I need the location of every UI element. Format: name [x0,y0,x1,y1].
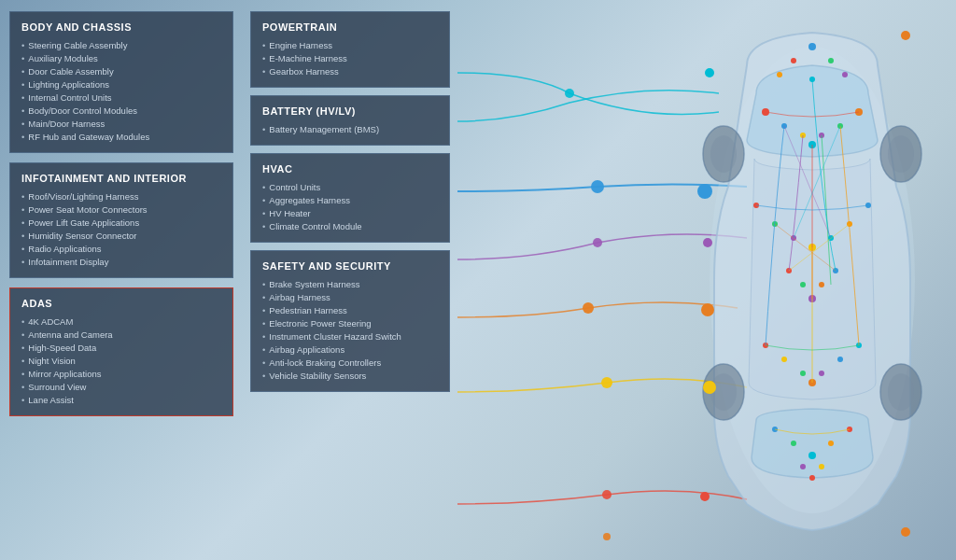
svg-point-44 [837,357,843,362]
hvac-list: Control Units Aggregates Harness HV Heat… [262,180,438,232]
diagram-svg [457,0,956,560]
svg-point-3 [583,302,594,314]
list-item: High-Speed Data [21,341,221,354]
svg-point-4 [601,377,612,388]
svg-point-9 [710,135,737,173]
svg-point-61 [700,492,710,501]
svg-point-58 [703,238,712,247]
list-item: Antenna and Camera [21,328,221,341]
infotainment-list: Roof/Visor/Lighting Harness Power Seat M… [21,189,221,268]
battery-list: Battery Management (BMS) [262,122,438,135]
safety-box: SAFETY AND SECURITY Brake System Harness… [250,250,450,392]
svg-point-17 [791,58,796,63]
svg-point-50 [791,441,796,446]
svg-point-13 [710,373,737,411]
main-container: BODY AND CHASSIS Steering Cable Assembly… [0,0,956,560]
safety-list: Brake System Harness Airbag Harness Pede… [262,277,438,382]
list-item: Vehicle Stability Sensors [262,369,438,382]
svg-point-46 [819,371,824,376]
powertrain-list: Engine Harness E-Machine Harness Gearbox… [262,38,438,77]
list-item: Door Cable Assembly [21,64,221,77]
list-item: Engine Harness [262,38,438,51]
list-item: Pedestrian Harness [262,303,438,316]
list-item: Main/Door Harness [21,117,221,130]
adas-box: ADAS 4K ADCAM Antenna and Camera High-Sp… [9,287,233,416]
svg-point-54 [819,464,824,469]
list-item: Power Seat Motor Connectors [21,203,221,216]
svg-point-62 [901,31,910,40]
body-chassis-list: Steering Cable Assembly Auxiliary Module… [21,38,221,143]
list-item: Infotainment Display [21,255,221,268]
battery-title: BATTERY (HV/LV) [262,105,438,117]
svg-point-38 [800,282,806,287]
list-item: Lighting Applications [21,77,221,91]
list-item: Auxiliary Modules [21,51,221,64]
list-item: Electronic Power Steering [262,316,438,329]
svg-point-15 [888,373,914,411]
list-item: Control Units [262,180,438,193]
right-panel [457,0,956,560]
svg-point-2 [593,238,602,247]
infotainment-box: INFOTAINMENT AND INTERIOR Roof/Visor/Lig… [9,162,233,278]
hvac-box: HVAC Control Units Aggregates Harness HV… [250,153,450,243]
list-item: Instrument Cluster Hazard Switch [262,329,438,343]
adas-title: ADAS [21,298,221,309]
list-item: Radio Applications [21,242,221,255]
list-item: Mirror Applications [21,367,221,380]
powertrain-title: POWERTRAIN [262,21,438,33]
list-item: Airbag Harness [262,290,438,303]
svg-point-63 [901,527,910,537]
list-item: Internal Control Units [21,91,221,104]
list-item: HV Heater [262,206,438,219]
list-item: Aggregates Harness [262,193,438,206]
svg-point-57 [697,184,712,199]
svg-point-11 [888,135,914,173]
list-item: Night Vision [21,354,221,367]
svg-point-60 [703,381,716,394]
list-item: Surround View [21,380,221,393]
list-item: Brake System Harness [262,277,438,290]
safety-title: SAFETY AND SECURITY [262,260,438,272]
list-item: Battery Management (BMS) [262,122,438,135]
list-item: E-Machine Harness [262,51,438,64]
left-panel: BODY AND CHASSIS Steering Cable Assembly… [0,0,243,560]
adas-list: 4K ADCAM Antenna and Camera High-Speed D… [21,315,221,406]
svg-point-16 [808,43,816,50]
car-diagram [703,33,921,530]
list-item: 4K ADCAM [21,315,221,328]
svg-point-20 [842,72,848,77]
list-item: Climate Control Module [262,219,438,232]
svg-point-5 [602,490,612,499]
list-item: Body/Door Control Modules [21,104,221,117]
svg-point-1 [591,180,604,193]
svg-point-45 [800,371,806,376]
svg-point-39 [819,282,824,287]
list-item: Humidity Sensor Connector [21,229,221,242]
list-item: Anti-lock Braking Controllers [262,356,438,369]
middle-panel: POWERTRAIN Engine Harness E-Machine Harn… [243,0,457,560]
list-item: Roof/Visor/Lighting Harness [21,189,221,203]
hvac-title: HVAC [262,163,438,175]
svg-point-53 [800,464,806,469]
list-item: Lane Assist [21,393,221,406]
list-item: Gearbox Harness [262,64,438,77]
list-item: Power Lift Gate Applications [21,216,221,229]
list-item: Airbag Applications [262,343,438,356]
list-item: RF Hub and Gateway Modules [21,130,221,143]
list-item: Steering Cable Assembly [21,38,221,51]
svg-point-51 [828,441,834,446]
battery-box: BATTERY (HV/LV) Battery Management (BMS) [250,95,450,146]
svg-point-56 [705,68,714,77]
svg-point-18 [828,58,834,63]
svg-point-59 [701,303,714,316]
svg-point-6 [603,533,611,540]
body-chassis-box: BODY AND CHASSIS Steering Cable Assembly… [9,11,233,153]
powertrain-box: POWERTRAIN Engine Harness E-Machine Harn… [250,11,450,88]
svg-point-19 [777,72,782,77]
infotainment-title: INFOTAINMENT AND INTERIOR [21,173,221,184]
svg-point-55 [809,475,815,481]
body-chassis-title: BODY AND CHASSIS [21,21,221,33]
svg-point-0 [565,89,574,98]
svg-point-43 [781,357,787,362]
svg-point-52 [808,452,816,459]
